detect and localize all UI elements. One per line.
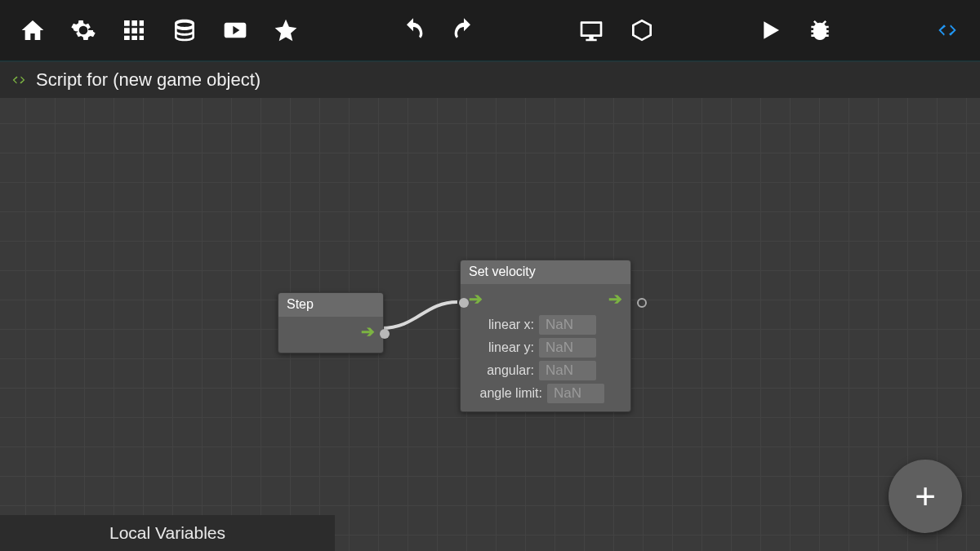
- video-icon[interactable]: [212, 7, 258, 53]
- local-variables-tab[interactable]: Local Variables: [0, 515, 335, 551]
- field-linear-y: linear y: NaN: [469, 338, 622, 358]
- script-title: Script for (new game object): [36, 69, 261, 91]
- field-value[interactable]: NaN: [547, 384, 604, 403]
- gear-icon[interactable]: [60, 7, 106, 53]
- field-value[interactable]: NaN: [539, 315, 596, 335]
- setvel-input-port[interactable]: [459, 298, 469, 308]
- node-set-velocity[interactable]: Set velocity ➔ ➔ linear x: NaN linear y:…: [460, 260, 631, 412]
- redo-icon[interactable]: [441, 7, 487, 53]
- step-output-port[interactable]: [380, 329, 390, 339]
- local-variables-label: Local Variables: [109, 523, 225, 543]
- field-label: linear y:: [469, 340, 534, 355]
- add-node-button[interactable]: +: [889, 460, 962, 533]
- graph-canvas[interactable]: Step ➔ Set velocity ➔ ➔ linear x: NaN li…: [0, 98, 980, 551]
- main-toolbar: [0, 0, 980, 61]
- node-step[interactable]: Step ➔: [278, 292, 384, 353]
- flow-out-arrow-icon[interactable]: ➔: [608, 291, 622, 307]
- field-label: angle limit:: [469, 386, 542, 401]
- field-angle-limit: angle limit: NaN: [469, 384, 622, 403]
- cube-icon[interactable]: [619, 7, 665, 53]
- plus-icon: +: [915, 478, 936, 514]
- code-icon[interactable]: [924, 7, 970, 53]
- play-icon[interactable]: [746, 7, 792, 53]
- flow-out-arrow-icon[interactable]: ➔: [361, 323, 375, 340]
- monitor-icon[interactable]: [568, 7, 614, 53]
- node-setvel-title: Set velocity: [461, 260, 630, 284]
- home-icon[interactable]: [10, 7, 56, 53]
- field-value[interactable]: NaN: [539, 338, 596, 358]
- flow-in-arrow-icon[interactable]: ➔: [469, 291, 483, 307]
- field-label: angular:: [469, 363, 534, 378]
- grid-icon[interactable]: [111, 7, 157, 53]
- field-value[interactable]: NaN: [539, 361, 596, 380]
- field-angular: angular: NaN: [469, 361, 622, 380]
- field-label: linear x:: [469, 318, 534, 332]
- field-linear-x: linear x: NaN: [469, 315, 622, 335]
- database-icon[interactable]: [162, 7, 207, 53]
- node-step-title: Step: [278, 293, 383, 317]
- bug-icon[interactable]: [797, 7, 843, 53]
- setvel-output-port[interactable]: [637, 298, 647, 308]
- code-glyph-icon: [8, 71, 29, 89]
- undo-icon[interactable]: [390, 7, 436, 53]
- script-title-bar: Script for (new game object): [0, 61, 980, 98]
- star-icon[interactable]: [263, 7, 309, 53]
